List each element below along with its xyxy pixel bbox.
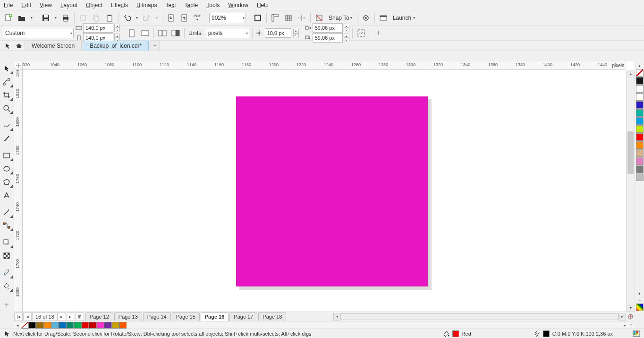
duplicate-y-spinner[interactable]: ▴▾: [344, 34, 349, 42]
color-swatch[interactable]: [36, 322, 43, 329]
paste-button[interactable]: [104, 12, 115, 24]
color-swatch[interactable]: [636, 69, 644, 77]
zoom-tool[interactable]: [0, 102, 13, 114]
drop-shadow-tool[interactable]: [0, 236, 13, 249]
tab-welcome-screen[interactable]: Welcome Screen: [25, 41, 82, 51]
copy-button[interactable]: [91, 12, 102, 24]
color-swatch[interactable]: [636, 125, 644, 133]
zoom-level-combo[interactable]: 902%▾: [209, 13, 246, 23]
color-swatch[interactable]: [28, 322, 36, 329]
outline-swatch[interactable]: [543, 330, 550, 337]
palette-bottom-flyout[interactable]: »: [628, 322, 635, 329]
cut-button[interactable]: [77, 12, 89, 24]
palette-color-menu[interactable]: [636, 303, 644, 311]
menu-file[interactable]: File: [4, 2, 13, 9]
vertical-ruler[interactable]: 18418201800178017601740172017001880: [14, 70, 23, 312]
home-icon[interactable]: [13, 41, 25, 51]
vertical-scroll-thumb[interactable]: [627, 131, 634, 174]
page-tab[interactable]: Page 14: [143, 312, 171, 321]
color-swatch[interactable]: [636, 109, 644, 117]
tab-add-button[interactable]: +: [150, 41, 160, 51]
polygon-tool[interactable]: [0, 176, 13, 188]
menu-layout[interactable]: Layout: [60, 2, 77, 9]
duplicate-x-spinner[interactable]: ▴▾: [344, 24, 349, 32]
page-tab[interactable]: Page 13: [114, 312, 142, 321]
color-swatch[interactable]: [636, 141, 644, 149]
vertical-scrollbar[interactable]: ▴ ▾: [626, 70, 635, 312]
current-page-button[interactable]: [170, 27, 181, 39]
color-swatch[interactable]: [43, 322, 51, 329]
snap-off-button[interactable]: [314, 12, 325, 24]
color-swatch[interactable]: [636, 173, 644, 181]
crop-tool[interactable]: [0, 89, 13, 101]
artistic-media-tool[interactable]: [0, 132, 13, 145]
menu-effects[interactable]: Effects: [111, 2, 128, 9]
connector-tool[interactable]: [0, 219, 13, 232]
color-swatch[interactable]: [636, 93, 644, 101]
menu-bitmaps[interactable]: Bitmaps: [136, 2, 157, 9]
page-size-preset-combo[interactable]: Custom▾: [3, 28, 74, 38]
page-first-button[interactable]: |◂: [14, 312, 23, 321]
color-swatch[interactable]: [59, 322, 66, 329]
portrait-button[interactable]: [126, 27, 137, 39]
ellipse-tool[interactable]: [0, 163, 13, 175]
rectangle-tool[interactable]: [0, 149, 13, 162]
all-pages-button[interactable]: [157, 27, 168, 39]
export-button[interactable]: [178, 12, 190, 24]
ruler-origin[interactable]: [14, 61, 23, 70]
add-preset-button[interactable]: +: [373, 27, 384, 39]
horizontal-scroll-track[interactable]: [341, 313, 619, 320]
undo-dropdown[interactable]: ▾: [135, 16, 139, 20]
color-swatch[interactable]: [66, 322, 74, 329]
color-swatch[interactable]: [636, 77, 644, 85]
print-button[interactable]: [60, 12, 71, 24]
import-button[interactable]: [165, 12, 177, 24]
full-screen-preview-button[interactable]: [252, 12, 263, 24]
color-swatch[interactable]: [636, 117, 644, 125]
undo-button[interactable]: [121, 12, 133, 24]
parallel-dimension-tool[interactable]: [0, 206, 13, 218]
scroll-down-arrow[interactable]: ▾: [627, 304, 634, 312]
palette-down-arrow[interactable]: ▾: [636, 290, 644, 297]
color-swatch[interactable]: [96, 322, 104, 329]
navigator-icon[interactable]: [626, 312, 635, 321]
color-swatch[interactable]: [74, 322, 81, 329]
menu-tools[interactable]: Tools: [206, 2, 220, 9]
page-tab[interactable]: Page 12: [85, 312, 113, 321]
units-combo[interactable]: pixels▾: [206, 28, 249, 38]
options-button[interactable]: [360, 12, 372, 24]
text-tool[interactable]: [0, 189, 13, 201]
color-swatch[interactable]: [104, 322, 111, 329]
menu-view[interactable]: View: [40, 2, 52, 9]
page-prev-button[interactable]: ◂: [23, 312, 32, 321]
snap-to-dropdown[interactable]: Snap To▾: [327, 15, 354, 21]
color-swatch[interactable]: [636, 133, 644, 141]
menu-object[interactable]: Object: [86, 2, 102, 9]
app-launcher-icon[interactable]: [378, 12, 389, 24]
page-counter[interactable]: 16 of 18: [32, 312, 58, 321]
toolbox-customize-button[interactable]: +: [0, 299, 13, 311]
color-swatch[interactable]: [636, 149, 644, 157]
color-proof-icon[interactable]: [633, 330, 640, 337]
new-document-button[interactable]: [3, 12, 14, 24]
fill-swatch[interactable]: [452, 330, 459, 337]
transparency-tool[interactable]: [0, 250, 13, 262]
page-next-button[interactable]: ▸: [58, 312, 66, 321]
palette-up-arrow[interactable]: ▴: [636, 62, 644, 69]
color-swatch[interactable]: [636, 85, 644, 93]
publish-pdf-button[interactable]: PDF▾: [192, 12, 203, 24]
duplicate-x-field[interactable]: 59,06 px: [313, 23, 343, 33]
color-swatch[interactable]: [636, 165, 644, 173]
save-dropdown[interactable]: ▾: [53, 16, 58, 20]
show-rulers-button[interactable]: [270, 12, 281, 24]
page-rectangle[interactable]: [236, 96, 428, 286]
color-swatch[interactable]: [636, 157, 644, 165]
color-swatch[interactable]: [119, 322, 127, 329]
scroll-left-arrow[interactable]: ◂: [333, 313, 341, 321]
page-tab[interactable]: Page 15: [172, 312, 200, 321]
show-grid-button[interactable]: [283, 12, 294, 24]
open-dropdown[interactable]: ▾: [29, 16, 34, 20]
redo-button[interactable]: [141, 12, 153, 24]
open-button[interactable]: [16, 12, 27, 24]
color-swatch[interactable]: [21, 322, 28, 329]
